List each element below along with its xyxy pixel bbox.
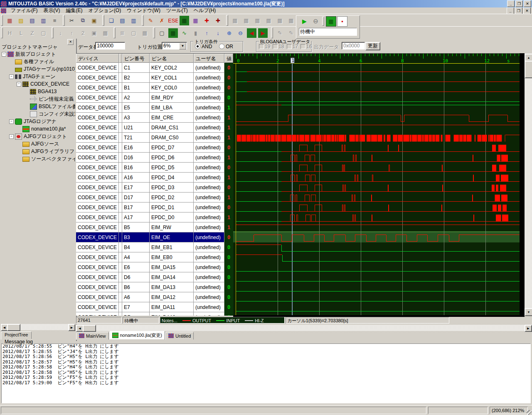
- new-doc-icon[interactable]: ▢: [157, 28, 167, 38]
- tab-mainview[interactable]: MainView: [76, 332, 109, 340]
- toolbar-grip[interactable]: [1, 15, 3, 26]
- table-row[interactable]: CODEX_DEVICEB16EPDC_D5(undefined): [76, 163, 224, 173]
- trigger-or-radio[interactable]: OR: [219, 44, 233, 49]
- table-row[interactable]: CODEX_DEVICET21DRAM_CS0(undefined): [76, 133, 224, 143]
- toolbar-grip[interactable]: [271, 27, 273, 38]
- table-row[interactable]: CODEX_DEVICEA6EIM_DA12(undefined): [76, 292, 224, 302]
- scroll-up-icon[interactable]: ↑: [202, 28, 212, 38]
- wave-vscroll-thumb[interactable]: [525, 61, 532, 78]
- trigger-pos-select[interactable]: 6% ▼: [162, 42, 187, 49]
- blogana-check-18[interactable]: 18: [273, 44, 284, 49]
- tree-item[interactable]: ピン情報未定義: [1, 95, 75, 103]
- table-row[interactable]: CODEX_DEVICED6EIM_DA14(undefined): [76, 272, 224, 282]
- cascade-windows-icon[interactable]: ❏: [106, 15, 116, 26]
- copy-icon[interactable]: ⧉: [78, 15, 88, 26]
- tree-expand-icon[interactable]: −: [9, 134, 14, 139]
- tree-item[interactable]: −AJFGプロジェクト: [1, 133, 75, 140]
- checkbox-icon[interactable]: [300, 44, 305, 49]
- waveform-canvas[interactable]: 024681012s1: [233, 53, 520, 316]
- reset-icon[interactable]: RESET: [168, 15, 178, 26]
- toolbar-grip[interactable]: [52, 27, 54, 38]
- toolbar-grip[interactable]: [142, 15, 144, 26]
- wave-hscroll-thumb[interactable]: [83, 325, 96, 332]
- tree-item[interactable]: AJFGソース: [1, 140, 75, 148]
- table-row[interactable]: CODEX_DEVICEB4EIM_EB1(undefined): [76, 242, 224, 252]
- table-row[interactable]: CODEX_DEVICEA17EPDC_D0(undefined): [76, 212, 224, 222]
- toolbar-grip[interactable]: [63, 15, 65, 26]
- wave-view-icon[interactable]: ∿: [179, 28, 190, 38]
- table-row[interactable]: CODEX_DEVICEE16EPDC_D7(undefined): [76, 143, 224, 153]
- scroll-down-icon[interactable]: ▼: [525, 308, 532, 316]
- pause-icon[interactable]: ▮: [190, 28, 201, 38]
- scroll-down-icon[interactable]: ↓: [213, 28, 223, 38]
- tree-item[interactable]: noname100.jla*: [1, 125, 75, 133]
- table-row[interactable]: CODEX_DEVICEC1KEY_COL2(undefined): [76, 63, 224, 73]
- table-row[interactable]: CODEX_DEVICEB6EIM_DA13(undefined): [76, 282, 224, 292]
- blogana-check-17[interactable]: 17: [287, 44, 298, 49]
- open-icon[interactable]: ▨: [16, 15, 26, 26]
- table-row[interactable]: CODEX_DEVICED16EPDC_D6(undefined): [76, 153, 224, 163]
- save-icon[interactable]: ▤: [27, 15, 37, 26]
- close-button[interactable]: ✕: [524, 0, 531, 7]
- mdi-restore-button[interactable]: ❐: [515, 7, 522, 14]
- paste-icon[interactable]: ▣: [89, 15, 99, 26]
- checkbox-icon[interactable]: [273, 44, 278, 49]
- tree-expand-icon[interactable]: −: [9, 119, 14, 124]
- table-row[interactable]: CODEX_DEVICEE6EIM_DA15(undefined): [76, 262, 224, 272]
- table-row[interactable]: CODEX_DEVICEB3EIM_OE(undefined): [76, 232, 224, 242]
- tab-noname100-jla-[interactable]: noname100.jla(変更): [109, 331, 165, 340]
- wave-hscrollbar[interactable]: ◀ ▶: [76, 325, 532, 331]
- toolbar-grip[interactable]: [153, 27, 155, 38]
- table-row[interactable]: CODEX_DEVICEE5EIM_LBA(undefined): [76, 103, 224, 113]
- tree-item[interactable]: −CODEX_DEVICE: [1, 80, 75, 88]
- table-row[interactable]: CODEX_DEVICEB17EPDC_D1(undefined): [76, 203, 224, 212]
- tile-horizontal-icon[interactable]: ▤: [117, 15, 128, 26]
- print-icon[interactable]: ≡: [49, 15, 60, 26]
- column-header[interactable]: ユーザ名: [194, 54, 224, 63]
- toolbar-grip[interactable]: [102, 15, 104, 26]
- column-header[interactable]: デバイス: [76, 54, 119, 63]
- toolbar-grip[interactable]: [113, 27, 116, 38]
- tab-projecttree[interactable]: ProjectTree: [1, 331, 32, 340]
- tree-expand-icon[interactable]: −: [2, 52, 6, 57]
- table-row[interactable]: CODEX_DEVICED7EIM_DA10(undefined): [76, 312, 224, 316]
- tree-expand-icon[interactable]: −: [9, 74, 14, 79]
- blogana-check-19[interactable]: 19: [259, 44, 270, 49]
- toolbar-grip[interactable]: [1, 27, 3, 38]
- checkbox-icon[interactable]: [259, 44, 264, 49]
- table-row[interactable]: CODEX_DEVICED17EPDC_D2(undefined): [76, 193, 224, 203]
- mdi-close-button[interactable]: ✕: [523, 7, 531, 14]
- save-all-icon[interactable]: ▥: [38, 15, 49, 26]
- data-length-input[interactable]: 100000: [95, 42, 125, 49]
- table-row[interactable]: CODEX_DEVICEA3EIM_CRE(undefined): [76, 113, 224, 123]
- blogana-check-16[interactable]: 16: [300, 44, 312, 49]
- probe-clear-icon[interactable]: ✗: [157, 15, 167, 26]
- minimize-button[interactable]: _: [507, 0, 515, 7]
- tree-item[interactable]: コンフィグ未設定: [1, 110, 75, 118]
- ajfg-mode-icon[interactable]: ▪: [337, 16, 347, 27]
- update-button[interactable]: 更新: [365, 42, 380, 50]
- tree-item[interactable]: BSDLファイル参照: [1, 103, 75, 110]
- tile-vertical-icon[interactable]: ▥: [128, 15, 139, 26]
- column-header[interactable]: [119, 54, 122, 63]
- table-row[interactable]: CODEX_DEVICEB1KEY_COL0(undefined): [76, 83, 224, 93]
- tree-item[interactable]: AJFGライブラリファイル: [1, 148, 75, 155]
- tree-item[interactable]: BGA413: [1, 88, 75, 95]
- notes-label[interactable]: Notes...: [162, 318, 177, 323]
- toolbar-grip[interactable]: [226, 15, 228, 26]
- table-row[interactable]: CODEX_DEVICEU21DRAM_CS1(undefined): [76, 123, 224, 133]
- panel-close-icon[interactable]: ✕: [67, 39, 74, 45]
- table-row[interactable]: CODEX_DEVICEA16EPDC_D4(undefined): [76, 173, 224, 183]
- table-row[interactable]: CODEX_DEVICEE7EIM_DA11(undefined): [76, 302, 224, 312]
- cut-icon[interactable]: ✂: [66, 15, 77, 26]
- table-row[interactable]: CODEX_DEVICEB5EIM_RW(undefined): [76, 222, 224, 232]
- column-header[interactable]: ピン名: [150, 54, 194, 63]
- mdi-minimize-button[interactable]: _: [507, 7, 514, 14]
- table-row[interactable]: CODEX_DEVICEA2EIM_RDY(undefined): [76, 93, 224, 103]
- scroll-right-icon[interactable]: ▶: [68, 324, 75, 331]
- new-project-icon[interactable]: ▦: [5, 15, 15, 26]
- column-header[interactable]: ピン番号: [122, 54, 150, 63]
- next-edge-icon[interactable]: ▶: [258, 28, 268, 38]
- table-row[interactable]: CODEX_DEVICEA4EIM_EB0(undefined): [76, 252, 224, 262]
- probe-set-icon[interactable]: ✎: [145, 15, 156, 26]
